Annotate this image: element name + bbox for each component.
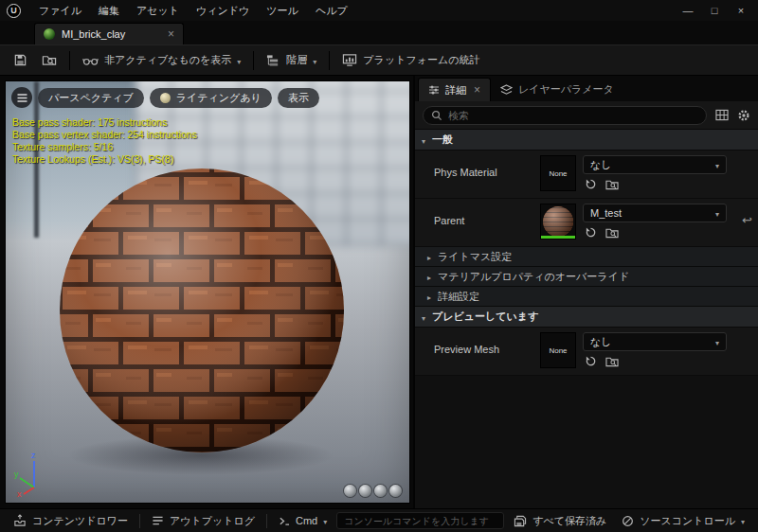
unreal-logo-icon[interactable]: U <box>7 4 21 18</box>
preview-mesh-thumb-text: None <box>549 346 567 355</box>
parent-thumbnail[interactable] <box>540 204 576 239</box>
menu-tools[interactable]: ツール <box>259 1 306 21</box>
browse-to-asset-button[interactable] <box>35 48 63 72</box>
save-button[interactable] <box>7 48 34 72</box>
tab-details[interactable]: 詳細 × <box>418 78 491 101</box>
settings-gear-icon[interactable] <box>737 109 750 122</box>
close-button[interactable]: × <box>728 2 754 19</box>
cmd-dropdown[interactable]: Cmd <box>272 512 334 529</box>
section-lightmass-settings[interactable]: ライトマス設定 <box>415 247 758 267</box>
viewport-menu-button[interactable] <box>11 87 32 108</box>
preview-mesh-thumbnail[interactable]: None <box>540 332 576 368</box>
content-drawer-button[interactable]: コンテンツドロワー <box>7 511 135 531</box>
menu-window[interactable]: ウィンドウ <box>189 1 257 21</box>
collapsed-arrow-icon <box>427 291 431 302</box>
viewport-toolbar: パースペクティブ ライティングあり 表示 <box>11 87 319 108</box>
preview-mesh-dropdown[interactable]: なし <box>583 332 727 351</box>
chevron-down-icon <box>715 336 719 347</box>
minimize-button[interactable]: — <box>675 2 701 19</box>
expanded-arrow-icon <box>422 311 425 323</box>
phys-material-dropdown[interactable]: なし <box>583 155 727 174</box>
search-box[interactable] <box>423 106 707 125</box>
details-tabbar: 詳細 × レイヤーパラメータ <box>415 76 758 101</box>
browse-asset-icon[interactable] <box>605 355 619 367</box>
expanded-arrow-icon <box>422 134 425 146</box>
preview-shape-sphere-button[interactable] <box>359 485 371 497</box>
stat-line: Base pass vertex shader: 254 instruction… <box>12 129 197 141</box>
stat-line: Base pass shader: 175 instructions <box>12 116 197 129</box>
tab-details-label: 詳細 <box>445 83 466 98</box>
chevron-down-icon <box>741 515 745 526</box>
section-advanced-settings[interactable]: 詳細設定 <box>415 287 758 307</box>
hamburger-icon <box>17 94 27 102</box>
perspective-label: パースペクティブ <box>48 91 134 105</box>
menu-help[interactable]: ヘルプ <box>308 1 355 21</box>
hierarchy-button[interactable]: 階層 <box>260 48 323 72</box>
menu-asset[interactable]: アセット <box>129 1 187 21</box>
source-control-button[interactable]: ソースコントロール <box>615 511 751 531</box>
browse-asset-icon[interactable] <box>605 178 619 190</box>
menubar: U ファイル 編集 アセット ウィンドウ ツール ヘルプ — □ × <box>0 0 758 21</box>
preview-shape-plane-button[interactable] <box>374 485 387 497</box>
use-selected-asset-icon[interactable] <box>585 355 597 367</box>
section-general-label: 一般 <box>432 133 453 147</box>
section-previewing[interactable]: プレビューしています <box>415 307 758 328</box>
perspective-dropdown[interactable]: パースペクティブ <box>38 88 144 108</box>
section-general[interactable]: 一般 <box>415 130 758 151</box>
statusbar-right: すべて保存済み ソースコントロール <box>507 511 751 531</box>
platform-stats-button[interactable]: プラットフォームの統計 <box>335 48 486 72</box>
save-all-label: すべて保存済み <box>532 514 606 528</box>
axis-gizmo: z y x <box>13 450 57 497</box>
tab-details-close-icon[interactable]: × <box>474 84 480 96</box>
parent-material-preview <box>543 206 573 237</box>
browse-asset-icon[interactable] <box>605 226 619 239</box>
view-mode-dropdown[interactable]: ライティングあり <box>150 88 272 108</box>
menu-edit[interactable]: 編集 <box>91 1 127 21</box>
output-log-button[interactable]: アウトプットログ <box>145 511 262 531</box>
phys-material-label: Phys Material <box>434 155 540 178</box>
svg-text:x: x <box>17 489 22 497</box>
menu-file[interactable]: ファイル <box>31 1 89 21</box>
details-body: 一般 Phys Material None なし <box>415 130 758 508</box>
preview-shape-cylinder-button[interactable] <box>344 485 356 497</box>
chevron-down-icon <box>237 55 241 66</box>
collapsed-arrow-icon <box>427 251 431 262</box>
console-command-input[interactable] <box>336 512 504 529</box>
maximize-button[interactable]: □ <box>701 2 728 19</box>
search-icon <box>431 110 442 121</box>
lit-label: ライティングあり <box>176 91 262 105</box>
tab-layer-parameters[interactable]: レイヤーパラメータ <box>491 78 623 101</box>
use-selected-asset-icon[interactable] <box>585 226 597 239</box>
preview-mesh-value: なし <box>590 335 612 349</box>
save-icon <box>13 53 27 67</box>
details-panel: 詳細 × レイヤーパラメータ <box>413 76 758 508</box>
display-filter-icon[interactable] <box>715 109 729 121</box>
save-all-icon <box>514 515 527 527</box>
phys-material-thumbnail[interactable]: None <box>540 155 576 191</box>
preview-viewport[interactable]: パースペクティブ ライティングあり 表示 Base pass shader: 1… <box>5 80 410 504</box>
use-selected-asset-icon[interactable] <box>585 178 597 190</box>
main-content: パースペクティブ ライティングあり 表示 Base pass shader: 1… <box>0 76 758 508</box>
tab-mi-brick-clay[interactable]: MI_brick_clay × <box>34 23 184 44</box>
parent-label: Parent <box>434 204 540 226</box>
folder-search-icon <box>42 53 57 67</box>
viewport-area: パースペクティブ ライティングあり 表示 Base pass shader: 1… <box>0 76 413 508</box>
save-all-status-button[interactable]: すべて保存済み <box>507 511 613 531</box>
chevron-down-icon <box>323 515 327 526</box>
parent-dropdown[interactable]: M_test <box>583 204 727 222</box>
preview-shape-cube-button[interactable] <box>389 485 402 497</box>
layers-icon <box>500 84 513 96</box>
statusbar: コンテンツドロワー アウトプットログ Cmd すべて保存済み <box>0 508 758 532</box>
show-dropdown[interactable]: 表示 <box>278 88 319 108</box>
glasses-icon <box>82 54 99 67</box>
toolbar-separator <box>329 51 330 70</box>
show-inactive-button[interactable]: 非アクティブなものを表示 <box>76 48 247 72</box>
tab-close-icon[interactable]: × <box>168 28 174 40</box>
lightmass-settings-label: ライトマス設定 <box>438 250 512 264</box>
section-material-property-overrides[interactable]: マテリアルプロパティのオーバーライド <box>415 267 758 287</box>
search-input[interactable] <box>448 110 698 121</box>
preview-sphere-brick[interactable] <box>58 167 346 454</box>
stat-line: Texture Lookups (Est.): VS(3), PS(8) <box>12 153 197 166</box>
svg-text:y: y <box>14 470 19 479</box>
reset-to-default-icon[interactable] <box>742 213 752 227</box>
